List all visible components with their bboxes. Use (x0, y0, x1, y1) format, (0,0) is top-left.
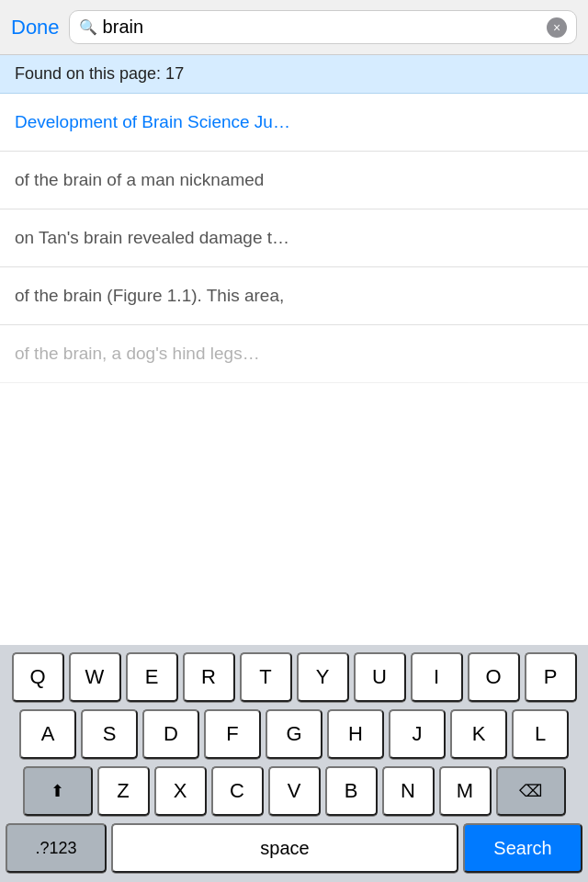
key-x[interactable]: X (154, 766, 207, 816)
list-item[interactable]: on Tan's brain revealed damage t… (0, 209, 588, 267)
list-item[interactable]: of the brain of a man nicknamed (0, 152, 588, 209)
shift-key[interactable]: ⬆ (23, 766, 93, 816)
space-key[interactable]: space (111, 823, 458, 873)
num-key[interactable]: .?123 (6, 823, 107, 873)
key-m[interactable]: M (439, 766, 492, 816)
key-i[interactable]: I (411, 652, 463, 702)
backspace-key[interactable]: ⌫ (496, 766, 566, 816)
key-u[interactable]: U (354, 652, 406, 702)
key-y[interactable]: Y (297, 652, 349, 702)
key-c[interactable]: C (211, 766, 264, 816)
key-k[interactable]: K (450, 709, 507, 759)
keyboard-row-1: QWERTYUIOP (3, 652, 585, 702)
done-button[interactable]: Done (11, 16, 60, 40)
key-g[interactable]: G (266, 709, 322, 759)
key-r[interactable]: R (183, 652, 235, 702)
key-n[interactable]: N (382, 766, 435, 816)
clear-button[interactable]: × (547, 17, 567, 38)
list-item[interactable]: of the brain (Figure 1.1). This area, (0, 267, 588, 325)
key-o[interactable]: O (468, 652, 520, 702)
search-box: 🔍 × (69, 10, 577, 44)
keyboard-bottom-row: .?123 space Search (3, 823, 585, 882)
key-v[interactable]: V (268, 766, 321, 816)
key-p[interactable]: P (525, 652, 577, 702)
key-s[interactable]: S (81, 709, 138, 759)
key-w[interactable]: W (69, 652, 121, 702)
list-item[interactable]: Development of Brain Science Ju… (0, 94, 588, 152)
key-d[interactable]: D (142, 709, 199, 759)
results-list: Development of Brain Science Ju… of the … (0, 94, 588, 645)
key-f[interactable]: F (204, 709, 261, 759)
search-icon: 🔍 (79, 18, 97, 36)
keyboard-row-3: ⬆ ZXCVBNM⌫ (3, 766, 585, 816)
key-a[interactable]: A (19, 709, 76, 759)
found-banner: Found on this page: 17 (0, 55, 588, 94)
key-z[interactable]: Z (97, 766, 150, 816)
list-item[interactable]: of the brain, a dog's hind legs… (0, 325, 588, 383)
key-e[interactable]: E (126, 652, 178, 702)
key-h[interactable]: H (327, 709, 384, 759)
keyboard: QWERTYUIOP ASDFGHJKL ⬆ ZXCVBNM⌫ .?123 sp… (0, 645, 588, 882)
key-b[interactable]: B (325, 766, 378, 816)
search-input[interactable] (103, 17, 541, 38)
key-l[interactable]: L (512, 709, 569, 759)
key-t[interactable]: T (240, 652, 292, 702)
search-key[interactable]: Search (463, 823, 582, 873)
top-bar: Done 🔍 × (0, 0, 588, 55)
key-j[interactable]: J (389, 709, 446, 759)
keyboard-row-2: ASDFGHJKL (3, 709, 585, 759)
key-q[interactable]: Q (12, 652, 64, 702)
